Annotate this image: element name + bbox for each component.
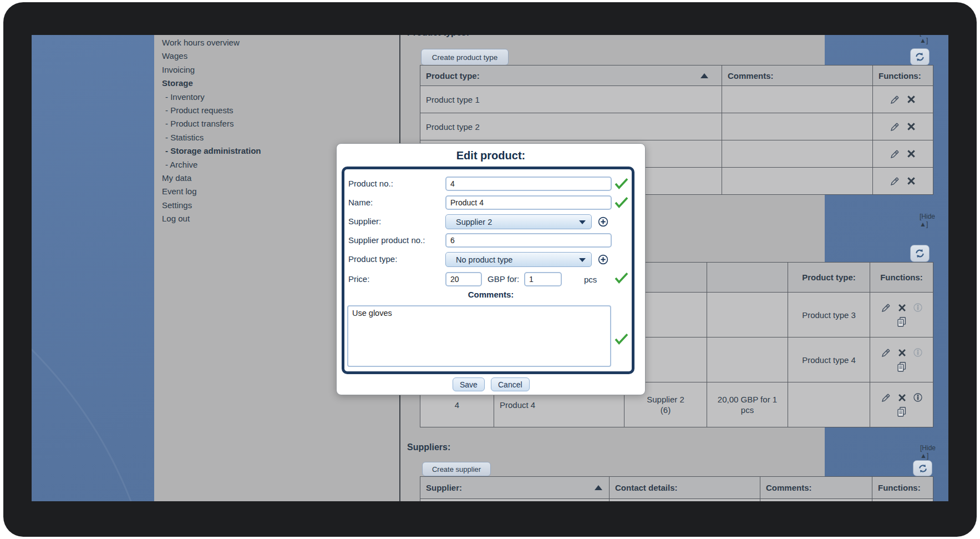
product-no-input[interactable] [445,177,612,191]
create-supplier-button[interactable]: Create supplier [422,462,491,476]
products-hide-link[interactable]: [Hide ▲] [920,213,935,228]
comments-cell [722,140,873,167]
edit-icon[interactable] [880,392,892,404]
name-label: Name: [348,198,373,207]
sidebar-item-my-data[interactable]: My data [162,172,273,185]
column-header-price[interactable] [707,263,788,292]
price-per-input[interactable] [524,272,562,286]
column-header-contact-details[interactable]: Contact details: [610,477,760,498]
refresh-icon [917,463,928,474]
comments-textarea[interactable]: Use gloves [347,305,611,367]
column-header-comments[interactable]: Comments: [760,477,872,498]
functions-cell [870,337,933,382]
sort-asc-icon [595,485,602,490]
product-types-header-row: Product type: Comments: Functions: [420,66,933,86]
column-header-label: Product type: [426,71,480,80]
supplier-product-no-input[interactable] [445,233,612,248]
name-input[interactable] [445,195,612,210]
delete-icon[interactable] [906,94,917,105]
supplier-select-value: Supplier 2 [456,218,492,226]
sidebar-item-archive[interactable]: - Archive [162,158,273,172]
sidebar-item-settings[interactable]: Settings [162,199,273,212]
column-header-functions: Functions: [870,263,933,292]
suppliers-refresh-button[interactable] [913,460,932,476]
edit-icon[interactable] [880,347,892,359]
comments-cell [722,168,873,194]
sidebar-item-event-log[interactable]: Event log [162,185,273,198]
column-header-product-type[interactable]: Product type: [788,263,870,292]
table-row: Product type 2 [420,113,933,140]
functions-cell [870,382,933,427]
price-cell [707,337,788,382]
delete-icon[interactable] [906,175,917,187]
chevron-down-icon [579,258,586,262]
column-header-product-type[interactable]: Product type: [420,66,722,85]
edit-icon[interactable] [889,148,901,160]
sidebar-item-wages[interactable]: Wages [162,49,273,63]
create-product-type-button[interactable]: Create product type [421,49,509,66]
supplier-line: Supplier 2 [647,394,684,405]
sidebar-item-product-requests[interactable]: - Product requests [162,104,273,117]
delete-icon[interactable] [897,303,907,313]
product-types-heading: Product types: [407,35,469,38]
valid-check-icon [614,271,629,284]
product-type-label: Product type: [348,254,397,264]
sidebar-item-log-out[interactable]: Log out [162,212,273,225]
product-type-name-cell: Product type 2 [420,113,722,140]
valid-check-icon [614,333,629,345]
info-icon [912,347,923,358]
delete-icon[interactable] [906,148,917,159]
product-type-cell: Product type 4 [788,337,870,382]
copy-icon[interactable] [896,316,908,328]
delete-icon[interactable] [897,392,907,403]
add-product-type-button[interactable] [597,254,609,265]
sidebar-item-invoicing[interactable]: Invoicing [162,63,273,77]
supplier-cell [420,499,610,501]
sidebar-item-inventory[interactable]: - Inventory [162,90,273,104]
functions-cell [870,293,933,337]
edit-icon[interactable] [889,175,901,187]
cancel-button[interactable]: Cancel [491,377,530,391]
currency-label: GBP for: [488,274,519,284]
desktop-decor-curve [32,218,163,501]
suppliers-table: Supplier: Contact details: Comments: Fun… [420,476,933,501]
edit-icon[interactable] [880,302,892,314]
product-type-cell: Product type 3 [788,293,870,337]
sidebar-item-work-hours-overview[interactable]: Work hours overview [162,36,273,49]
add-supplier-button[interactable] [597,216,609,228]
suppliers-hide-link[interactable]: [Hide ▲] [920,444,936,460]
suppliers-heading: Suppliers: [407,442,450,452]
product-type-select[interactable]: No product type [445,252,592,267]
delete-icon[interactable] [897,347,907,358]
edit-icon[interactable] [889,94,901,105]
column-header-functions: Functions: [872,477,933,498]
products-refresh-button[interactable] [910,245,930,262]
sidebar-item-statistics[interactable]: - Statistics [162,131,273,144]
product-type-select-value: No product type [456,255,512,264]
delete-icon[interactable] [906,121,917,132]
copy-icon[interactable] [896,406,908,418]
refresh-icon [914,51,926,63]
screenshot-stage: Work hours overview Wages Invoicing Stor… [0,0,980,539]
contact-details-cell [610,499,760,501]
sidebar-item-storage[interactable]: Storage [162,77,273,90]
column-header-supplier[interactable]: Supplier: [420,477,610,498]
comments-label: Comments: [337,290,645,299]
sidebar-item-product-transfers[interactable]: - Product transfers [162,117,273,130]
info-icon[interactable] [912,392,923,403]
save-button[interactable]: Save [453,377,485,391]
price-input[interactable] [445,272,482,286]
column-header-comments[interactable]: Comments: [722,66,873,85]
chevron-down-icon [579,220,586,224]
product-types-hide-link[interactable]: [Hide ▲] [920,35,935,44]
column-header-functions: Functions: [873,66,933,85]
copy-icon[interactable] [896,361,908,373]
supplier-select[interactable]: Supplier 2 [445,214,592,229]
product-types-refresh-button[interactable] [910,48,930,66]
comments-cell [722,86,873,113]
product-type-name-cell: Product type 1 [420,86,722,113]
edit-product-dialog: Edit product: Product no.: Name: Supplie… [336,143,646,395]
info-icon [912,302,923,313]
sidebar-item-storage-administration[interactable]: - Storage administration [162,144,273,158]
edit-icon[interactable] [889,121,901,133]
